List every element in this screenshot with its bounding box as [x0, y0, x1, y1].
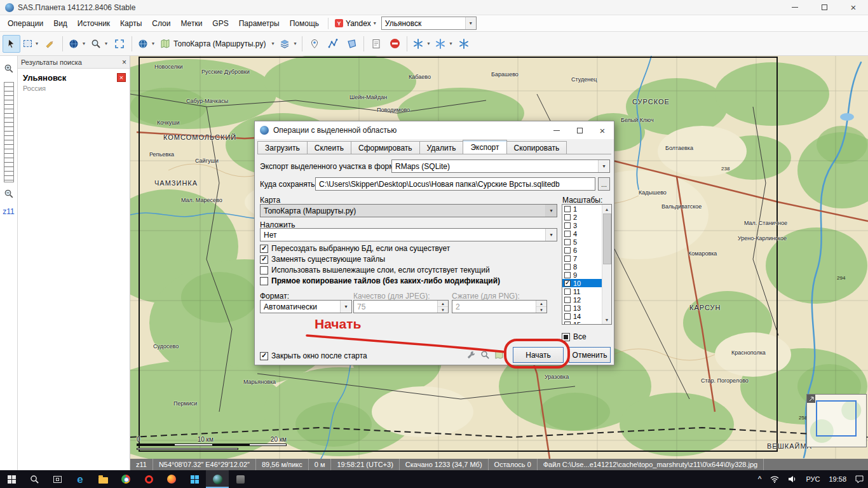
browse-button[interactable]: ...: [598, 177, 610, 191]
add-path-button[interactable]: [324, 35, 342, 53]
all-scales-checkbox[interactable]: [562, 333, 570, 341]
menu-item[interactable]: Параметры: [234, 17, 285, 30]
wrench-icon[interactable]: [466, 350, 476, 362]
select-area-tool-button[interactable]: ▾: [21, 35, 41, 53]
gps-track-button[interactable]: ▾: [433, 35, 454, 53]
export-option[interactable]: Заменять существующие тайлы: [260, 255, 500, 264]
map-viewport[interactable]: 310258 238294 220 НовоселкиРусские Дубро…: [130, 56, 868, 459]
scale-checkbox[interactable]: [564, 322, 571, 325]
gps-position-button[interactable]: [455, 35, 473, 53]
add-polygon-button[interactable]: [342, 35, 360, 53]
checkbox[interactable]: [260, 266, 268, 274]
zoom-in-icon[interactable]: [4, 64, 14, 76]
search-provider-dropdown[interactable]: Y Yandex ▾: [332, 18, 379, 29]
checkbox[interactable]: [260, 277, 268, 285]
data-source-button[interactable]: ▾: [135, 35, 157, 53]
result-name[interactable]: Ульяновск: [23, 73, 66, 83]
export-option[interactable]: Пересоздать выбранную БД, если она сущес…: [260, 244, 500, 253]
taskbar-store[interactable]: [183, 470, 206, 488]
export-option[interactable]: Использовать вышележащие слои, если отсу…: [260, 266, 500, 274]
minimap[interactable]: [806, 394, 867, 447]
all-scales-option[interactable]: Все: [562, 332, 587, 341]
menu-item[interactable]: Метки: [175, 17, 207, 30]
search-input[interactable]: [382, 17, 465, 29]
scroll-thumb[interactable]: [603, 214, 611, 264]
taskbar-chrome[interactable]: [114, 470, 137, 488]
scale-checkbox[interactable]: [564, 231, 571, 237]
scale-checkbox[interactable]: [564, 239, 571, 245]
volume-indicator[interactable]: [783, 470, 801, 488]
scale-checkbox[interactable]: [564, 297, 571, 303]
scale-item[interactable]: 11: [562, 287, 602, 295]
clock[interactable]: 19:58: [824, 470, 851, 488]
scroll-up-icon[interactable]: ▲: [602, 205, 611, 214]
cancel-button[interactable]: Отменить: [569, 347, 611, 363]
scale-checkbox[interactable]: [564, 222, 571, 229]
zoom-slider[interactable]: [4, 82, 14, 182]
scale-item[interactable]: 14: [562, 312, 602, 320]
taskbar-firefox[interactable]: [160, 470, 183, 488]
taskbar-sas-planet[interactable]: [206, 470, 229, 488]
checkbox[interactable]: [260, 245, 268, 253]
scale-item[interactable]: 1: [562, 205, 602, 213]
scale-item[interactable]: 6: [562, 246, 602, 254]
scale-checkbox[interactable]: [564, 280, 571, 287]
window-titlebar[interactable]: SAS.Планета 141212.8406 Stable: [0, 0, 868, 15]
menu-item[interactable]: Операции: [3, 17, 48, 30]
taskbar-opera[interactable]: [137, 470, 160, 488]
language-indicator[interactable]: РУС: [801, 470, 824, 488]
fullscreen-button[interactable]: [111, 35, 128, 53]
remove-result-icon[interactable]: ×: [117, 73, 126, 82]
measure-tool-button[interactable]: [41, 35, 59, 53]
add-placemark-button[interactable]: [306, 35, 323, 53]
minimize-button[interactable]: [780, 0, 810, 15]
chevron-down-icon[interactable]: ▾: [545, 229, 557, 241]
scale-checkbox[interactable]: [564, 305, 571, 311]
close-after-start-option[interactable]: Закрыть окно после старта: [260, 351, 367, 360]
close-after-start-checkbox[interactable]: [260, 352, 268, 360]
expand-icon[interactable]: [807, 395, 815, 403]
scale-checkbox[interactable]: [564, 247, 571, 254]
dialog-maximize-button[interactable]: [568, 121, 591, 139]
dialog-tab[interactable]: Склеить: [307, 141, 351, 154]
scale-checkbox[interactable]: [564, 264, 571, 270]
spin-down-icon[interactable]: ▼: [438, 307, 448, 313]
start-button[interactable]: [0, 470, 23, 488]
menu-item[interactable]: Карты: [115, 17, 147, 30]
gps-connect-button[interactable]: ▾: [410, 35, 432, 53]
scale-checkbox[interactable]: [564, 255, 571, 262]
scale-item[interactable]: 9: [562, 271, 602, 279]
chevron-down-icon[interactable]: ▾: [340, 301, 351, 313]
scales-listbox[interactable]: 1 2 3 4: [562, 204, 612, 325]
dialog-tab[interactable]: Загрузить: [257, 141, 308, 154]
spin-down-icon[interactable]: ▼: [536, 307, 546, 313]
taskbar-edge[interactable]: e: [69, 470, 92, 488]
scroll-down-icon[interactable]: ▼: [602, 315, 611, 324]
map-file-icon[interactable]: [494, 350, 504, 362]
menu-item[interactable]: Вид: [48, 17, 72, 30]
scale-item[interactable]: 15: [562, 320, 602, 324]
dialog-tab[interactable]: Сформировать: [351, 141, 420, 154]
menu-item[interactable]: GPS: [207, 17, 233, 30]
spin-up-icon[interactable]: ▲: [438, 301, 448, 307]
layers-dropdown[interactable]: ▾: [277, 35, 299, 53]
scale-item[interactable]: 2: [562, 213, 602, 221]
taskbar-search-button[interactable]: [23, 470, 46, 488]
compression-stepper[interactable]: 2 ▲▼: [452, 300, 547, 313]
zoom-out-icon[interactable]: [4, 189, 14, 201]
export-option[interactable]: Прямое копирование тайлов (без каких-либ…: [260, 276, 500, 285]
export-format-combobox[interactable]: RMaps (SQLite) ▾: [391, 159, 610, 173]
minimap-viewport-frame[interactable]: [816, 400, 857, 437]
scale-item[interactable]: 13: [562, 304, 602, 312]
scales-scrollbar[interactable]: ▲ ▼: [602, 205, 611, 324]
save-path-input[interactable]: C:\Users\Skipper\Desktop\Locus\Новая пап…: [315, 177, 595, 191]
chevron-down-icon[interactable]: ▾: [465, 17, 476, 29]
chevron-down-icon[interactable]: ▾: [598, 160, 609, 172]
scale-item[interactable]: 8: [562, 262, 602, 271]
scale-checkbox[interactable]: [564, 313, 571, 320]
scale-item[interactable]: 3: [562, 221, 602, 229]
menu-item[interactable]: Источник: [72, 17, 115, 30]
format-combobox[interactable]: Автоматически ▾: [260, 300, 352, 313]
dialog-tab[interactable]: Экспорт: [463, 140, 506, 154]
cursor-tool-button[interactable]: [3, 35, 20, 53]
